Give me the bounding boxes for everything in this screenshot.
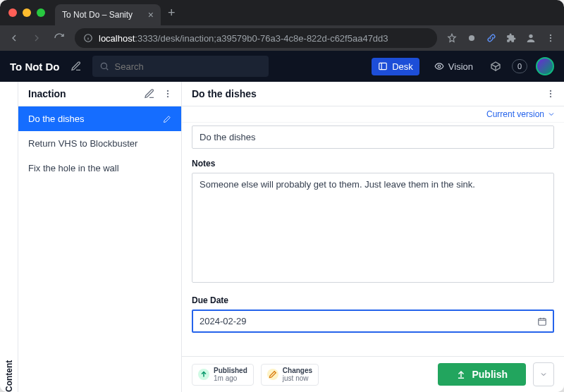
chevron-down-icon xyxy=(547,110,556,118)
user-avatar[interactable] xyxy=(536,57,554,75)
svg-point-11 xyxy=(167,96,168,97)
rail-label: Content xyxy=(4,89,14,392)
app-navbar: To Not Do Desk Vision 0 xyxy=(0,51,564,82)
document-list-pane: Inaction Do the dishesReturn VHS to Bloc… xyxy=(18,82,182,392)
svg-point-1 xyxy=(469,35,474,41)
document-title: Do the dishes xyxy=(192,88,257,99)
document-pane: Do the dishes Current version Notes xyxy=(182,82,564,392)
close-window-button[interactable] xyxy=(8,8,17,17)
chevron-down-icon xyxy=(539,370,548,379)
search-icon xyxy=(99,61,109,71)
app-body: Content Inaction Do the dishesReturn VHS… xyxy=(0,82,564,392)
publish-menu-button[interactable] xyxy=(533,362,554,386)
status-published[interactable]: Published1m ago xyxy=(192,364,254,386)
version-selector[interactable]: Current version xyxy=(486,109,556,119)
tool-desk-label: Desk xyxy=(392,61,413,72)
list-item[interactable]: Fix the hole in the wall xyxy=(18,156,181,180)
field-notes: Notes xyxy=(192,159,554,286)
back-button[interactable] xyxy=(7,31,21,45)
reload-button[interactable] xyxy=(52,31,66,45)
forward-button[interactable] xyxy=(30,31,44,45)
chrome-menu-icon[interactable] xyxy=(544,32,557,44)
svg-point-6 xyxy=(101,63,106,68)
list-pane-header: Inaction xyxy=(18,82,181,106)
notes-textarea[interactable] xyxy=(192,173,554,283)
compose-icon[interactable] xyxy=(68,59,84,74)
version-label: Current version xyxy=(486,109,544,119)
browser-window: To Not Do – Sanity × + localhost:3333/de… xyxy=(0,0,564,392)
content-rail[interactable]: Content xyxy=(0,82,18,392)
svg-point-8 xyxy=(438,65,441,68)
url-host: localhost xyxy=(99,33,135,44)
svg-point-12 xyxy=(550,90,551,92)
svg-point-13 xyxy=(550,93,551,94)
svg-point-2 xyxy=(529,35,532,38)
published-dot-icon xyxy=(198,369,209,380)
bookmark-icon[interactable] xyxy=(446,32,458,44)
document-list: Do the dishesReturn VHS to BlockbusterFi… xyxy=(18,106,181,180)
status-changes[interactable]: Changesjust now xyxy=(261,364,319,386)
document-menu-icon[interactable] xyxy=(544,87,557,100)
svg-rect-15 xyxy=(539,318,546,324)
due-date-label: Due Date xyxy=(192,295,554,305)
document-form: Notes Due Date xyxy=(182,123,564,356)
field-title xyxy=(192,125,554,149)
list-menu-icon[interactable] xyxy=(161,87,174,100)
profile-icon[interactable] xyxy=(525,32,537,44)
url-path: :3333/desk/inaction;a39579b0-76a3-4c8e-8… xyxy=(135,33,388,44)
maximize-window-button[interactable] xyxy=(37,8,45,17)
new-tab-button[interactable]: + xyxy=(161,6,183,20)
tool-vision[interactable]: Vision xyxy=(428,58,479,75)
svg-point-5 xyxy=(550,40,551,42)
published-label: Published xyxy=(214,367,247,375)
version-row: Current version xyxy=(182,106,564,123)
publish-button[interactable]: Publish xyxy=(438,363,526,386)
svg-rect-7 xyxy=(379,63,387,69)
extensions-menu-icon[interactable] xyxy=(505,32,517,44)
notifications-badge[interactable]: 0 xyxy=(512,59,527,73)
list-item-label: Do the dishes xyxy=(28,114,85,124)
close-tab-icon[interactable]: × xyxy=(148,9,154,20)
tab-title: To Not Do – Sanity xyxy=(62,10,133,20)
browser-toolbar: localhost:3333/desk/inaction;a39579b0-76… xyxy=(0,25,564,51)
list-pane-title: Inaction xyxy=(28,88,66,99)
list-item[interactable]: Do the dishes xyxy=(18,106,181,131)
list-item-label: Fix the hole in the wall xyxy=(28,163,119,173)
published-time: 1m ago xyxy=(214,374,247,383)
changes-dot-icon xyxy=(267,369,278,380)
window-controls xyxy=(8,0,55,25)
title-input[interactable] xyxy=(192,125,554,149)
changes-time: just now xyxy=(283,374,312,383)
field-due-date: Due Date xyxy=(192,295,554,333)
app-brand: To Not Do xyxy=(10,61,60,73)
publish-icon xyxy=(456,369,466,379)
list-item-label: Return VHS to Blockbuster xyxy=(28,138,137,149)
document-pane-header: Do the dishes xyxy=(182,82,564,106)
tool-desk[interactable]: Desk xyxy=(372,58,419,75)
minimize-window-button[interactable] xyxy=(23,8,31,17)
eye-icon xyxy=(434,61,444,71)
search-input[interactable] xyxy=(115,61,262,72)
desk-icon xyxy=(378,61,388,71)
site-info-icon xyxy=(83,33,93,43)
document-footer: Published1m ago Changesjust now Publish xyxy=(182,356,564,392)
calendar-icon[interactable] xyxy=(537,317,547,326)
svg-point-3 xyxy=(550,35,551,36)
extension-icon-2[interactable] xyxy=(485,32,498,44)
package-icon[interactable] xyxy=(488,59,503,74)
notes-label: Notes xyxy=(192,159,554,169)
publish-button-label: Publish xyxy=(472,369,508,380)
svg-point-14 xyxy=(550,96,551,97)
pencil-icon xyxy=(163,115,171,123)
tool-vision-label: Vision xyxy=(448,61,473,72)
svg-point-9 xyxy=(167,90,168,92)
list-item[interactable]: Return VHS to Blockbuster xyxy=(18,131,181,156)
search-box[interactable] xyxy=(92,56,269,77)
browser-tabbar: To Not Do – Sanity × + xyxy=(0,0,564,25)
address-bar[interactable]: localhost:3333/desk/inaction;a39579b0-76… xyxy=(75,28,437,48)
compose-document-icon[interactable] xyxy=(143,87,156,100)
browser-tab[interactable]: To Not Do – Sanity × xyxy=(55,4,161,25)
due-date-input[interactable] xyxy=(192,310,554,333)
changes-label: Changes xyxy=(283,367,312,375)
extension-icon[interactable] xyxy=(465,32,478,44)
